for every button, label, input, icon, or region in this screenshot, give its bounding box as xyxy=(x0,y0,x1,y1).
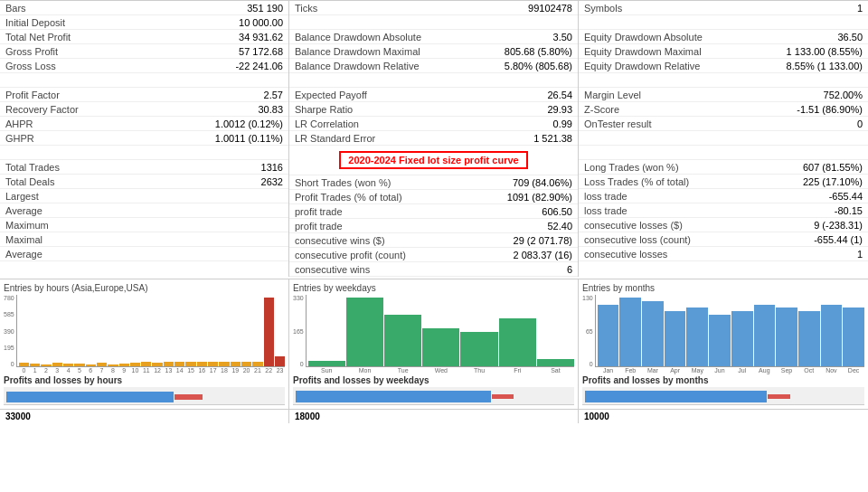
avg-profit-label: profit trade xyxy=(295,221,343,232)
avg-profit-row: profit trade 52.40 xyxy=(289,219,578,233)
zscore-value: -1.51 (86.90%) xyxy=(797,104,863,115)
loss-trades-value: 225 (17.10%) xyxy=(803,176,863,187)
loss-trades-label: Loss Trades (% of total) xyxy=(584,176,689,187)
largest-profit-row: profit trade 606.50 xyxy=(289,204,578,219)
recovery-factor-value: 30.83 xyxy=(258,104,283,115)
chart-hours: Entries by hours (Asia,Europe,USA) 780 5… xyxy=(0,279,289,409)
max-consec-profit-value: 2 083.37 (16) xyxy=(514,250,572,260)
profit-factor-label: Profit Factor xyxy=(5,90,60,100)
lr-corr-label: LR Correlation xyxy=(295,118,359,129)
maximal-label: Maximal xyxy=(5,234,42,245)
profit-bar-months-neg xyxy=(768,394,790,399)
chart-months-title: Entries by months xyxy=(582,283,864,293)
short-trades-row: Short Trades (won %) 709 (84.06%) xyxy=(289,175,578,190)
net-profit-row: Total Net Profit 34 931.62 xyxy=(0,30,288,44)
bal-dd-max-row: Balance Drawdown Maximal 805.68 (5.80%) xyxy=(289,44,578,59)
initial-deposit-row: Initial Deposit 10 000.00 xyxy=(0,15,288,30)
max-consec-wins-row: consecutive wins ($) 29 (2 071.78) xyxy=(289,233,578,248)
profit-bar-hours-neg xyxy=(175,394,203,400)
chart-weekdays-bottom-label: Profits and losses by weekdays xyxy=(293,375,574,385)
max-consec-losses-value: 9 (-238.31) xyxy=(814,220,863,231)
profit-bar-hours-pos xyxy=(6,392,174,402)
max-consec-wins-value: 29 (2 071.78) xyxy=(514,235,572,246)
ghpr-value: 1.0011 (0.11%) xyxy=(215,133,283,144)
col1: Bars 351 190 Initial Deposit 10 000.00 T… xyxy=(0,1,289,277)
bars-value: 351 190 xyxy=(247,3,283,14)
long-trades-row: Long Trades (won %) 607 (81.55%) xyxy=(579,160,868,175)
ghpr-label: GHPR xyxy=(5,133,34,144)
largest-profit-value: 606.50 xyxy=(542,206,572,217)
max-consec-wins-label: consecutive wins ($) xyxy=(295,235,385,246)
net-profit-value: 34 931.62 xyxy=(239,32,283,43)
avg-consec-losses-label: consecutive losses xyxy=(584,249,667,260)
chart-hours-yaxis: 780 585 390 195 0 xyxy=(4,295,14,367)
bottom-y3: 10000 xyxy=(579,410,868,423)
bars-label: Bars xyxy=(5,3,26,14)
avg-consec-wins-label: consecutive wins xyxy=(295,264,370,275)
loss-trades-row: Loss Trades (% of total) 225 (17.10%) xyxy=(579,175,868,189)
charts-section: Entries by hours (Asia,Europe,USA) 780 5… xyxy=(0,279,868,409)
short-trades-label: Short Trades (won %) xyxy=(295,177,391,188)
bottom-labels-row: 33000 18000 10000 xyxy=(0,409,868,423)
symbols-label: Symbols xyxy=(584,3,622,14)
eq-dd-rel-row: Equity Drawdown Relative 8.55% (1 133.00… xyxy=(579,59,868,73)
lr-std-label: LR Standard Error xyxy=(295,133,375,144)
profit-trades-value: 1091 (82.90%) xyxy=(507,192,572,203)
lr-corr-row: LR Correlation 0.99 xyxy=(289,117,578,131)
symbols-value: 1 xyxy=(857,3,863,14)
max-consec-loss-row: consecutive loss (count) -655.44 (1) xyxy=(579,232,868,247)
spacer1 xyxy=(0,73,288,88)
profit-loss-bar-hours xyxy=(4,387,285,405)
avg-loss-row: loss trade -80.15 xyxy=(579,203,868,218)
chart-weekdays-xaxis: SunMonTueWedThuFriSat xyxy=(306,367,574,374)
highlight-text: 2020-2024 Fixed lot size profit curve xyxy=(339,151,527,169)
bottom-y1: 33000 xyxy=(0,410,289,423)
largest-profit-label: profit trade xyxy=(295,206,343,217)
bar-chart-hours xyxy=(16,295,285,367)
average-label2: Average xyxy=(5,249,42,260)
chart-months: Entries by months 130 65 0 JanFebMarAprM… xyxy=(579,279,868,409)
total-trades-value: 1316 xyxy=(261,162,283,173)
zscore-label: Z-Score xyxy=(584,104,619,115)
ghpr-row: GHPR 1.0011 (0.11%) xyxy=(0,131,288,146)
eq-dd-rel-label: Equity Drawdown Relative xyxy=(584,61,700,71)
bal-dd-rel-label: Balance Drawdown Relative xyxy=(295,61,420,71)
bar-chart-weekdays xyxy=(306,295,574,367)
profit-factor-row: Profit Factor 2.57 xyxy=(0,88,288,102)
total-deals-row: Total Deals 2632 xyxy=(0,175,288,189)
profit-loss-bar-weekdays xyxy=(293,387,574,405)
expected-payoff-value: 26.54 xyxy=(547,90,572,100)
total-trades-label: Total Trades xyxy=(5,162,60,173)
chart-months-wrapper: 130 65 0 JanFebMarAprMayJunJulAugSepOctN… xyxy=(582,295,864,374)
largest-loss-row: loss trade -655.44 xyxy=(579,189,868,203)
short-trades-value: 709 (84.06%) xyxy=(513,177,572,188)
profit-trades-label: Profit Trades (% of total) xyxy=(295,192,402,203)
eq-dd-abs-row: Equity Drawdown Absolute 36.50 xyxy=(579,30,868,44)
total-deals-label: Total Deals xyxy=(5,176,54,187)
largest-loss-value: -655.44 xyxy=(829,191,863,202)
maximum-label: Maximum xyxy=(5,220,49,231)
eq-dd-max-value: 1 133.00 (8.55%) xyxy=(787,46,863,57)
expected-payoff-row: Expected Payoff 26.54 xyxy=(289,88,578,102)
sharpe-value: 29.93 xyxy=(547,104,572,115)
chart-weekdays-title: Entries by weekdays xyxy=(293,283,574,293)
margin-level-row: Margin Level 752.00% xyxy=(579,88,868,102)
long-trades-value: 607 (81.55%) xyxy=(803,162,863,173)
chart-weekdays-wrapper: 330 165 0 SunMonTueWedThuFriSat xyxy=(293,295,574,374)
eq-dd-abs-label: Equity Drawdown Absolute xyxy=(584,32,703,43)
bal-dd-abs-label: Balance Drawdown Absolute xyxy=(295,32,421,43)
chart-months-yaxis: 130 65 0 xyxy=(582,295,593,367)
average-row2: Average xyxy=(0,247,288,261)
average-label1: Average xyxy=(5,205,42,216)
symbols-row: Symbols 1 xyxy=(579,1,868,15)
eq-dd-max-label: Equity Drawdown Maximal xyxy=(584,46,702,57)
spacer7 xyxy=(579,131,868,146)
spacer4 xyxy=(289,73,578,88)
ahpr-value: 1.0012 (0.12%) xyxy=(215,118,283,129)
bottom-y2: 18000 xyxy=(289,410,579,423)
recovery-factor-label: Recovery Factor xyxy=(5,104,79,115)
bal-dd-abs-row: Balance Drawdown Absolute 3.50 xyxy=(289,30,578,44)
profit-factor-value: 2.57 xyxy=(264,90,283,100)
chart-hours-title: Entries by hours (Asia,Europe,USA) xyxy=(4,283,285,293)
initial-deposit-value: 10 000.00 xyxy=(239,17,283,28)
